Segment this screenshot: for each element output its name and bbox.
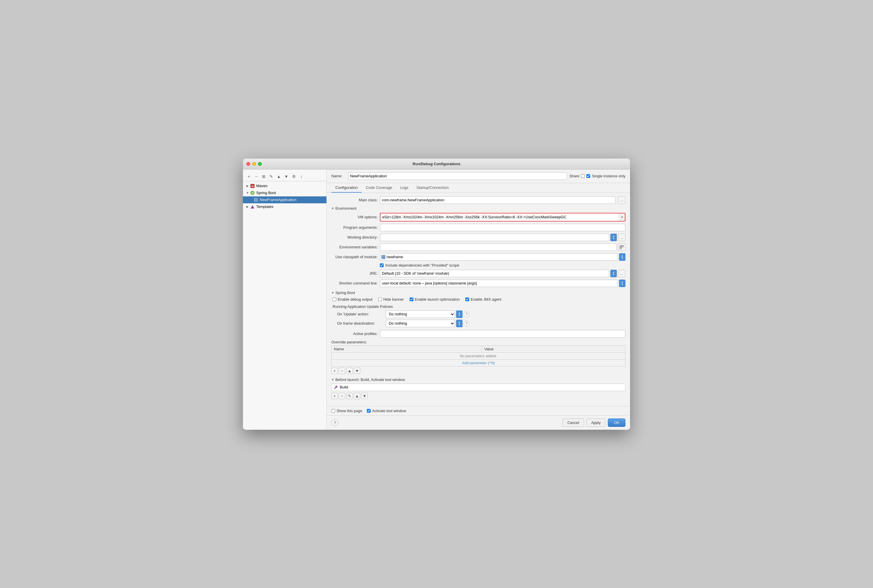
- enable-jmx-label: Enable JMX agent: [471, 297, 501, 302]
- tab-code-coverage[interactable]: Code Coverage: [362, 183, 396, 193]
- app-icon: [254, 197, 258, 202]
- shorten-cmd-arrows[interactable]: ▲ ▼: [619, 279, 626, 287]
- edit-config-button[interactable]: ✎: [268, 173, 275, 180]
- help-button[interactable]: ?: [332, 419, 338, 426]
- table-header-value: Value: [482, 345, 626, 352]
- before-launch-down-button[interactable]: ▼: [362, 393, 368, 399]
- table-header-name: Name: [332, 345, 482, 352]
- before-launch-edit-button[interactable]: ✎: [346, 393, 353, 399]
- activate-tool-label: Activate tool window: [372, 409, 406, 413]
- include-deps-checkbox[interactable]: [380, 263, 384, 267]
- hide-banner-checkbox[interactable]: [378, 297, 382, 301]
- on-frame-select[interactable]: Do nothing: [386, 320, 455, 327]
- on-frame-arrows[interactable]: ▲ ▼: [456, 320, 462, 327]
- minimize-button[interactable]: [252, 162, 256, 166]
- sidebar-item-maven[interactable]: ▶ M Maven: [243, 183, 326, 189]
- share-checkbox[interactable]: [581, 174, 585, 178]
- show-page-checkbox[interactable]: [332, 409, 335, 413]
- svg-rect-6: [620, 248, 621, 249]
- copy-config-button[interactable]: ⊞: [260, 173, 267, 180]
- env-vars-input[interactable]: [380, 243, 617, 251]
- springboot-section-arrow-icon[interactable]: ▼: [332, 291, 334, 294]
- working-dir-arrows[interactable]: ▲ ▼: [610, 234, 617, 241]
- on-update-arrows[interactable]: ▲ ▼: [456, 310, 462, 318]
- enable-debug-item: Enable debug output: [333, 297, 372, 302]
- table-add-link[interactable]: Add parameter (^N): [332, 359, 626, 366]
- springboot-header: ▼ Spring Boot: [332, 291, 626, 295]
- cancel-button[interactable]: Cancel: [562, 418, 584, 427]
- working-dir-browse-button[interactable]: …: [618, 234, 626, 241]
- active-profiles-row: Active profiles:: [332, 330, 626, 338]
- on-update-help-icon[interactable]: ?: [464, 311, 470, 317]
- sidebar-item-springboot[interactable]: ▼ ✿ Spring Boot: [243, 189, 326, 196]
- activate-tool-item: Activate tool window: [367, 409, 406, 413]
- sidebar-item-templates[interactable]: ▶ Templates: [243, 203, 326, 210]
- on-update-select[interactable]: Do nothing: [386, 310, 455, 318]
- remove-config-button[interactable]: −: [253, 173, 260, 180]
- single-instance-checkbox[interactable]: [586, 174, 590, 178]
- jre-select-wrap: ▲ ▼ …: [380, 270, 626, 277]
- jre-browse-button[interactable]: …: [618, 270, 626, 277]
- svg-rect-4: [620, 246, 621, 247]
- enable-jmx-checkbox[interactable]: [465, 297, 469, 301]
- window-title: Run/Debug Configurations: [412, 162, 460, 166]
- active-profiles-input[interactable]: [380, 330, 626, 338]
- enable-debug-checkbox[interactable]: [333, 297, 336, 301]
- module-select[interactable]: newframe: [380, 253, 618, 261]
- tab-startup-connection[interactable]: Startup/Connection: [412, 183, 453, 193]
- working-dir-row: Working directory: ▲ ▼ …: [332, 234, 626, 241]
- env-vars-browse-button[interactable]: [618, 243, 626, 251]
- activate-tool-checkbox[interactable]: [367, 409, 370, 413]
- before-launch-arrow-icon[interactable]: ▼: [332, 378, 334, 381]
- module-row: Use classpath of module: newframe ▲ ▼: [332, 253, 626, 261]
- enable-launch-checkbox[interactable]: [410, 297, 413, 301]
- sort-button[interactable]: ⚙: [290, 173, 297, 180]
- before-launch-remove-button[interactable]: −: [339, 393, 345, 399]
- maximize-button[interactable]: [258, 162, 262, 166]
- params-up-button[interactable]: ▲: [346, 368, 353, 374]
- on-frame-help-icon[interactable]: ?: [464, 321, 470, 326]
- environment-arrow-icon[interactable]: ▼: [332, 207, 334, 210]
- params-remove-button[interactable]: −: [339, 368, 345, 374]
- main-panel: Name: Share Single instance only Configu…: [327, 170, 630, 430]
- newframe-label: NewFrameApplication: [260, 198, 296, 202]
- shorten-cmd-input[interactable]: [380, 279, 618, 287]
- share-label: Share: [569, 174, 579, 178]
- vm-options-expand-button[interactable]: ▼: [619, 213, 625, 221]
- main-class-input[interactable]: [380, 196, 616, 204]
- params-down-button[interactable]: ▼: [354, 368, 360, 374]
- move-down-button[interactable]: ▼: [283, 173, 290, 180]
- main-class-browse-button[interactable]: …: [618, 196, 626, 204]
- module-arrows[interactable]: ▲ ▼: [619, 253, 626, 261]
- before-launch-add-button[interactable]: +: [332, 393, 338, 399]
- params-add-button[interactable]: +: [332, 368, 338, 374]
- program-args-input[interactable]: [380, 224, 626, 231]
- run-debug-window: Run/Debug Configurations + − ⊞ ✎ ▲ ▼ ⚙ ↕…: [243, 159, 630, 430]
- vm-options-input[interactable]: [381, 213, 619, 221]
- tab-configuration[interactable]: Configuration: [332, 183, 362, 193]
- vm-options-row: VM options: ▼: [332, 213, 626, 222]
- working-dir-input[interactable]: [380, 234, 609, 241]
- tab-logs[interactable]: Logs: [396, 183, 412, 193]
- program-args-label: Program arguments:: [332, 225, 378, 230]
- add-config-button[interactable]: +: [245, 173, 252, 180]
- main-content: + − ⊞ ✎ ▲ ▼ ⚙ ↕ ▶ M Maven ▼ ✿: [243, 170, 630, 430]
- build-label: Build: [340, 385, 348, 389]
- jre-input[interactable]: [380, 270, 609, 277]
- close-button[interactable]: [246, 162, 250, 166]
- ok-button[interactable]: OK: [608, 418, 626, 427]
- hide-banner-item: Hide banner: [378, 297, 404, 302]
- sidebar-item-newframe[interactable]: NewFrameApplication: [243, 196, 326, 203]
- before-launch-up-button[interactable]: ▲: [354, 393, 360, 399]
- on-update-label: On 'Update' action:: [337, 312, 383, 316]
- params-table: Name Value No parameters added. Add para…: [332, 345, 626, 366]
- move-up-button[interactable]: ▲: [275, 173, 282, 180]
- maven-label: Maven: [256, 184, 267, 188]
- name-input[interactable]: [348, 172, 567, 180]
- jre-arrows[interactable]: ▲ ▼: [610, 270, 617, 277]
- sort-alpha-button[interactable]: ↕: [298, 173, 305, 180]
- svg-text:✿: ✿: [251, 192, 254, 195]
- springboot-label: Spring Boot: [256, 190, 276, 195]
- apply-button[interactable]: Apply: [586, 418, 606, 427]
- show-page-label: Show this page: [336, 409, 362, 413]
